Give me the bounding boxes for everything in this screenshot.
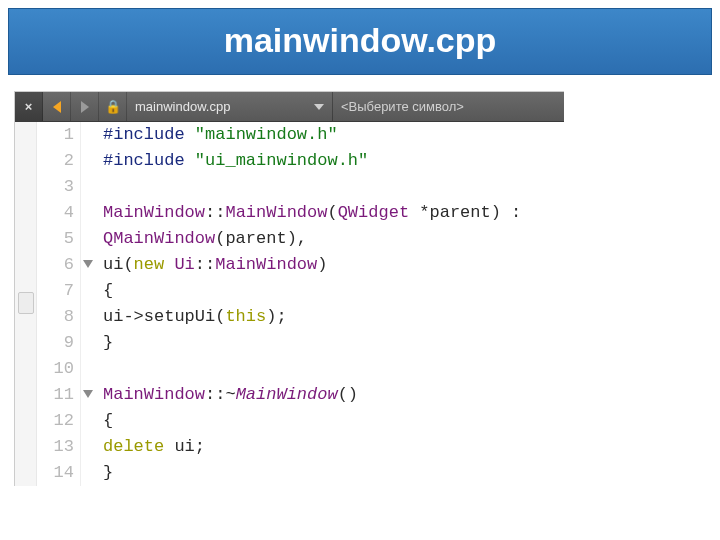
file-selector[interactable]: mainwindow.cpp [127, 92, 333, 121]
line-number-gutter: 1 2 3 4 5 6 7 8 9 10 11 12 13 14 [37, 122, 81, 486]
line-number: 13 [37, 434, 74, 460]
editor-toolbar: × 🔒 mainwindow.cpp <Выберите символ> [15, 92, 564, 122]
line-number: 11 [37, 382, 74, 408]
code-line: ui->setupUi(this); [103, 304, 564, 330]
code-line: } [103, 330, 564, 356]
line-number: 10 [37, 356, 74, 382]
line-number: 3 [37, 174, 74, 200]
slide-title-text: mainwindow.cpp [224, 21, 497, 59]
code-area[interactable]: #include "mainwindow.h" #include "ui_mai… [99, 122, 564, 486]
arrow-left-icon [53, 101, 61, 113]
line-number: 12 [37, 408, 74, 434]
line-number: 6 [37, 252, 74, 278]
chevron-down-icon [314, 104, 324, 110]
code-line: { [103, 278, 564, 304]
symbol-selector[interactable]: <Выберите символ> [333, 92, 564, 121]
code-line [103, 174, 564, 200]
code-line [103, 356, 564, 382]
arrow-right-icon [81, 101, 89, 113]
line-number: 1 [37, 122, 74, 148]
slide-title: mainwindow.cpp [8, 8, 712, 75]
close-button[interactable]: × [15, 92, 43, 121]
code-line: delete ui; [103, 434, 564, 460]
scroll-rail[interactable] [15, 122, 37, 486]
scroll-thumb[interactable] [18, 292, 34, 314]
code-line: ui(new Ui::MainWindow) [103, 252, 564, 278]
symbol-selector-label: <Выберите символ> [341, 99, 464, 114]
code-line: MainWindow::MainWindow(QWidget *parent) … [103, 200, 564, 226]
lock-icon: 🔒 [105, 99, 121, 114]
nav-forward-button[interactable] [71, 92, 99, 121]
line-number: 14 [37, 460, 74, 486]
fold-marker-icon[interactable] [83, 390, 93, 398]
line-number: 2 [37, 148, 74, 174]
file-selector-label: mainwindow.cpp [135, 99, 230, 114]
line-number: 7 [37, 278, 74, 304]
fold-gutter [81, 122, 99, 486]
editor-area: 1 2 3 4 5 6 7 8 9 10 11 12 13 14 #includ… [15, 122, 564, 486]
lock-button[interactable]: 🔒 [99, 92, 127, 121]
line-number: 5 [37, 226, 74, 252]
code-line: #include "ui_mainwindow.h" [103, 148, 564, 174]
line-number: 9 [37, 330, 74, 356]
code-line: } [103, 460, 564, 486]
nav-back-button[interactable] [43, 92, 71, 121]
line-number: 8 [37, 304, 74, 330]
close-icon: × [25, 99, 33, 114]
code-line: #include "mainwindow.h" [103, 122, 564, 148]
code-line: MainWindow::~MainWindow() [103, 382, 564, 408]
ide-frame: × 🔒 mainwindow.cpp <Выберите символ> 1 2… [14, 91, 564, 486]
line-number: 4 [37, 200, 74, 226]
code-line: { [103, 408, 564, 434]
fold-marker-icon[interactable] [83, 260, 93, 268]
code-line: QMainWindow(parent), [103, 226, 564, 252]
